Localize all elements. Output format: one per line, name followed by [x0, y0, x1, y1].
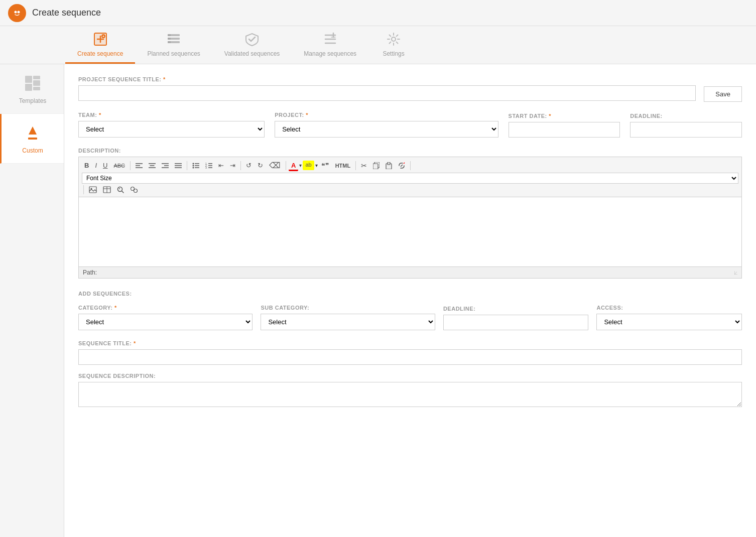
- project-sequence-title-group: PROJECT SEQUENCE TITLE: *: [78, 76, 696, 101]
- svg-rect-53: [373, 164, 378, 169]
- tab-planned-sequences[interactable]: Planned sequences: [135, 26, 212, 64]
- svg-point-1: [15, 11, 17, 13]
- team-select[interactable]: Select: [78, 121, 265, 138]
- svg-point-2: [18, 11, 20, 13]
- planned-sequences-icon: [166, 31, 182, 47]
- toolbar-sep-4: [286, 161, 286, 170]
- description-label: DESCRIPTION:: [78, 148, 742, 154]
- toolbar-copy[interactable]: [370, 161, 382, 171]
- access-select[interactable]: Select: [596, 314, 742, 330]
- save-button[interactable]: Save: [704, 86, 742, 102]
- svg-rect-26: [28, 138, 37, 140]
- title-label: PROJECT SEQUENCE TITLE: *: [78, 76, 696, 82]
- seq-desc-input[interactable]: [78, 382, 742, 407]
- svg-line-67: [134, 190, 135, 190]
- seq-deadline-input[interactable]: [443, 315, 589, 330]
- svg-point-64: [119, 188, 120, 189]
- create-sequence-icon: +: [92, 31, 108, 47]
- start-date-group: START DATE: *: [509, 113, 620, 138]
- svg-line-56: [404, 163, 405, 164]
- project-select[interactable]: Select: [275, 121, 498, 138]
- toolbar-html[interactable]: HTML: [333, 161, 353, 170]
- toolbar-strikethrough[interactable]: ABC: [111, 161, 128, 170]
- toolbar-indent[interactable]: ⇥: [227, 160, 238, 171]
- title-row: PROJECT SEQUENCE TITLE: * Save: [78, 76, 742, 102]
- subcategory-select[interactable]: Select: [261, 314, 435, 330]
- toolbar-undo[interactable]: ↺: [243, 160, 254, 171]
- app-logo: [8, 4, 26, 22]
- toolbar-insert-image[interactable]: [86, 185, 99, 195]
- editor-resize-handle[interactable]: ⟀: [734, 270, 737, 276]
- seq-deadline-group: DEADLINE:: [443, 306, 589, 330]
- svg-rect-55: [388, 162, 390, 165]
- description-editor[interactable]: [78, 197, 742, 267]
- toolbar-font-color[interactable]: A: [289, 160, 298, 171]
- tab-manage-sequences-label: Manage sequences: [304, 50, 356, 57]
- manage-sequences-icon: [322, 31, 338, 47]
- tab-validated-sequences[interactable]: Validated sequences: [212, 26, 292, 64]
- editor-path-bar: Path: ⟀: [78, 267, 742, 279]
- deadline-input[interactable]: [630, 122, 742, 138]
- subcategory-label: SUB CATEGORY:: [261, 305, 435, 311]
- toolbar-outdent[interactable]: ⇤: [216, 160, 226, 171]
- svg-rect-57: [89, 187, 96, 193]
- tab-planned-sequences-label: Planned sequences: [147, 50, 200, 57]
- toolbar-find[interactable]: [114, 185, 127, 195]
- toolbar-highlight-arrow[interactable]: ▾: [315, 163, 318, 168]
- custom-icon: [23, 123, 43, 143]
- toolbar-bullets[interactable]: [190, 161, 202, 170]
- tab-manage-sequences[interactable]: Manage sequences: [292, 26, 368, 64]
- sidebar-item-custom[interactable]: Custom: [0, 114, 64, 164]
- svg-point-41: [193, 165, 194, 166]
- toolbar-highlight[interactable]: ab: [303, 161, 314, 170]
- toolbar-sep-5: [355, 161, 356, 170]
- editor-path-text: Path:: [83, 269, 97, 276]
- category-select[interactable]: Select: [78, 314, 253, 330]
- tab-create-sequence[interactable]: + Create sequence: [65, 26, 135, 64]
- tab-validated-sequences-label: Validated sequences: [224, 50, 280, 57]
- toolbar-remove-link[interactable]: [396, 161, 408, 171]
- seq-title-input[interactable]: [78, 349, 742, 365]
- toolbar-sep-2: [187, 161, 187, 170]
- project-group: PROJECT: * Select: [275, 112, 498, 138]
- sidebar-item-templates[interactable]: Templates: [0, 64, 64, 114]
- toolbar-insert-table[interactable]: [100, 185, 113, 195]
- sidebar-item-custom-label: Custom: [22, 147, 43, 154]
- toolbar-numbered[interactable]: 1.2.3.: [203, 161, 215, 170]
- toolbar-align-left[interactable]: [133, 161, 145, 170]
- font-size-select[interactable]: Font Size: [82, 173, 738, 184]
- toolbar-align-right[interactable]: [159, 161, 171, 170]
- svg-point-20: [392, 37, 396, 41]
- project-required-marker: *: [306, 112, 308, 118]
- project-sequence-title-input[interactable]: [78, 85, 696, 101]
- toolbar-justify[interactable]: [172, 161, 184, 170]
- tab-settings[interactable]: Settings: [368, 26, 419, 64]
- svg-text:+: +: [102, 35, 104, 38]
- toolbar-replace[interactable]: [128, 185, 141, 195]
- start-date-input[interactable]: [509, 122, 620, 138]
- title-required-marker: *: [163, 76, 166, 82]
- validated-sequences-icon: [244, 31, 260, 47]
- toolbar-redo[interactable]: ↻: [255, 160, 266, 171]
- toolbar-blockquote[interactable]: ❝❞: [319, 160, 332, 171]
- description-section: DESCRIPTION: B I U ABC: [78, 148, 742, 279]
- toolbar-paste[interactable]: [383, 161, 395, 171]
- seq-title-label: SEQUENCE TITLE: *: [78, 340, 742, 346]
- svg-line-63: [122, 191, 124, 193]
- toolbar-sep-7: [83, 185, 84, 194]
- toolbar-clear-format[interactable]: ⌫: [267, 159, 283, 172]
- svg-rect-22: [33, 76, 40, 79]
- svg-rect-21: [25, 76, 32, 83]
- sequences-form-row: CATEGORY: * Select SUB CATEGORY: Select …: [78, 305, 742, 330]
- toolbar-sep-6: [410, 161, 411, 170]
- main-layout: Templates Custom PROJECT SEQUENCE TITLE:…: [0, 64, 756, 537]
- deadline-label: DEADLINE:: [630, 113, 742, 119]
- toolbar-cut[interactable]: ✂: [358, 160, 369, 171]
- svg-point-0: [12, 8, 22, 18]
- toolbar-align-center[interactable]: [146, 161, 158, 170]
- templates-icon: [23, 73, 43, 93]
- toolbar-font-color-arrow[interactable]: ▾: [299, 163, 302, 168]
- toolbar-bold[interactable]: B: [82, 160, 91, 171]
- toolbar-underline[interactable]: U: [100, 160, 110, 171]
- toolbar-italic[interactable]: I: [92, 160, 99, 171]
